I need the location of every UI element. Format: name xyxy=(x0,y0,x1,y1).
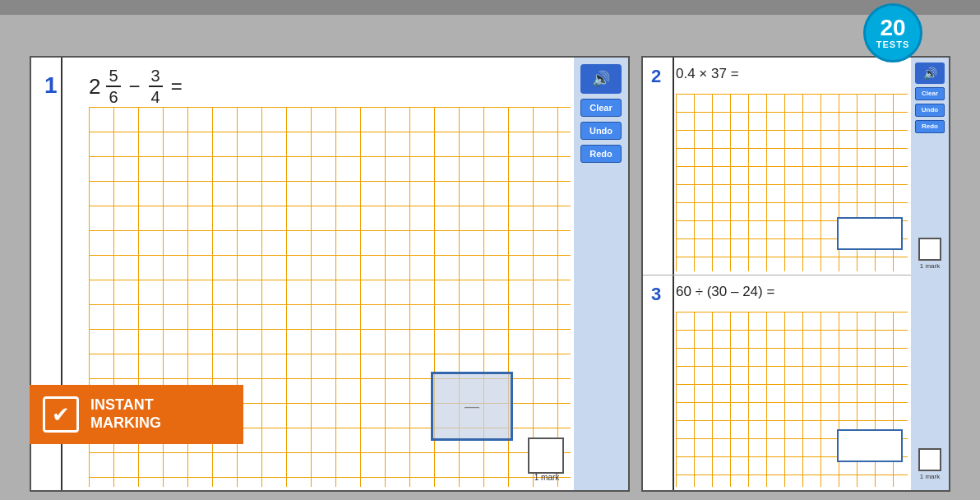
tests-number: 20 xyxy=(880,16,905,39)
mark-label-q3: 1 mark xyxy=(920,473,940,480)
redo-button-right[interactable]: Redo xyxy=(915,120,945,133)
frac2-numerator: 3 xyxy=(149,66,163,87)
instant-marking-icon: ✔ xyxy=(43,396,79,433)
instant-marking-text: INSTANT MARKING xyxy=(90,396,161,432)
audio-icon-right: 🔊 xyxy=(923,67,937,80)
question-2-area: 2 0.4 × 37 = xyxy=(643,58,911,275)
undo-button-right[interactable]: Undo xyxy=(915,104,945,117)
q2-equation: 0.4 × 37 = xyxy=(676,66,739,82)
frac1-numerator: 5 xyxy=(106,66,120,87)
question-number-3: 3 xyxy=(651,284,661,305)
answer-eq-inside: — xyxy=(465,398,479,415)
clear-button-left[interactable]: Clear xyxy=(580,99,622,117)
mark-box-left xyxy=(528,438,564,474)
audio-button-left[interactable]: 🔊 xyxy=(580,64,622,94)
redo-button-left[interactable]: Redo xyxy=(580,145,622,163)
fraction-1: 5 6 xyxy=(106,66,120,107)
clear-button-right[interactable]: Clear xyxy=(915,87,945,100)
frac2-denominator: 4 xyxy=(149,87,163,107)
answer-box-left[interactable]: — xyxy=(431,372,513,441)
whole-number: 2 xyxy=(89,74,100,100)
audio-button-right[interactable]: 🔊 xyxy=(915,62,945,84)
answer-box-q3[interactable] xyxy=(837,429,903,462)
mixed-number: 2 5 6 xyxy=(89,66,124,107)
right-content: 2 0.4 × 37 = 3 60 ÷ (30 – 24) = xyxy=(643,58,911,490)
mark-section-q3: 1 mark xyxy=(911,448,949,480)
frac1-denominator: 6 xyxy=(106,87,120,107)
question-3-area: 3 60 ÷ (30 – 24) = xyxy=(643,275,911,490)
instant-marking-line1: INSTANT xyxy=(90,396,161,414)
mark-label-left: 1 mark xyxy=(525,473,569,482)
tests-badge: 20 TESTS xyxy=(863,3,922,62)
tests-label: TESTS xyxy=(876,39,909,49)
audio-icon-left: 🔊 xyxy=(592,70,610,88)
mark-box-q2 xyxy=(918,238,941,261)
right-control-sidebar: 🔊 Clear Undo Redo 1 mark 1 mark xyxy=(911,58,949,490)
top-bar xyxy=(0,0,980,15)
right-panel: 2 0.4 × 37 = 3 60 ÷ (30 – 24) = 🔊 Clear … xyxy=(641,56,950,492)
fraction-2: 3 4 xyxy=(149,66,163,107)
question-number-1: 1 xyxy=(44,72,58,99)
equals-sign: = xyxy=(171,75,183,98)
mark-section-q2: 1 mark xyxy=(911,238,949,270)
instant-marking-banner: ✔ INSTANT MARKING xyxy=(30,385,243,444)
mark-box-q3 xyxy=(918,448,941,471)
instant-marking-line2: MARKING xyxy=(90,414,161,433)
equation-area: 2 5 6 − 3 4 = xyxy=(89,66,187,107)
left-control-sidebar: 🔊 Clear Undo Redo xyxy=(574,58,628,490)
answer-box-q2[interactable] xyxy=(837,217,903,250)
mark-label-q2: 1 mark xyxy=(920,262,940,270)
undo-button-left[interactable]: Undo xyxy=(580,122,622,140)
minus-sign: − xyxy=(129,75,141,98)
q3-equation: 60 ÷ (30 – 24) = xyxy=(676,284,774,300)
question-number-2: 2 xyxy=(651,66,661,87)
